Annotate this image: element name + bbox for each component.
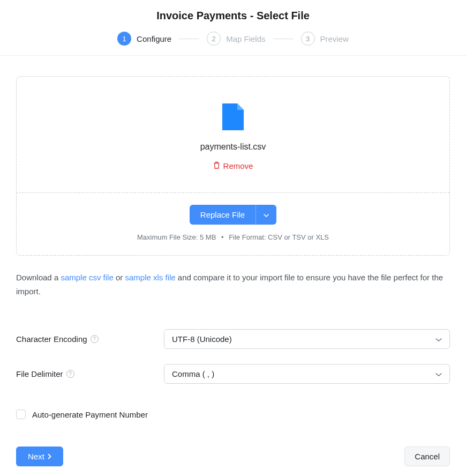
help-icon[interactable]: ? [66,370,74,378]
file-meta-format: File Format: CSV or TSV or XLS [229,233,329,241]
hint-pre: Download a [16,273,61,282]
uploaded-file-name: payments-list.csv [27,142,439,152]
stepper: 1 Configure 2 Map Fields 3 Preview [0,32,466,55]
autogen-label: Auto-generate Payment Number [32,410,148,419]
step-label-preview: Preview [320,34,349,43]
meta-separator: • [221,233,224,241]
step-preview[interactable]: 3 Preview [301,32,349,46]
help-icon[interactable]: ? [91,335,99,343]
hint-text: Download a sample csv file or sample xls… [16,271,450,298]
footer-bar: Next Cancel [0,439,466,476]
file-meta-size: Maximum File Size: 5 MB [137,233,216,241]
step-number-1: 1 [117,32,131,46]
step-number-3: 3 [301,32,315,46]
remove-file-button[interactable]: Remove [213,161,253,170]
sample-csv-link[interactable]: sample csv file [61,273,113,282]
next-button[interactable]: Next [16,447,63,466]
remove-file-label: Remove [223,161,253,170]
step-number-2: 2 [207,32,221,46]
delimiter-label: File Delimiter ? [16,369,164,378]
encoding-label-text: Character Encoding [16,334,87,344]
encoding-select-value: UTF-8 (Unicode) [172,334,232,344]
delimiter-select[interactable]: Comma ( , ) [164,364,450,384]
upload-card: payments-list.csv Remove Replace File [16,76,450,256]
trash-icon [213,161,220,170]
delimiter-label-text: File Delimiter [16,369,63,378]
file-icon [27,103,439,130]
step-label-configure: Configure [137,34,171,43]
encoding-select[interactable]: UTF-8 (Unicode) [164,329,450,349]
step-connector [273,39,294,39]
page-title: Invoice Payments - Select File [0,10,466,22]
delimiter-select-value: Comma ( , ) [172,369,214,378]
step-configure[interactable]: 1 Configure [117,32,171,46]
cancel-button[interactable]: Cancel [404,447,450,466]
caret-down-icon [264,211,269,219]
step-map-fields[interactable]: 2 Map Fields [207,32,265,46]
replace-file-button[interactable]: Replace File [190,205,255,225]
chevron-right-icon [48,452,51,461]
autogen-checkbox[interactable] [16,410,26,419]
step-label-map-fields: Map Fields [226,34,265,43]
hint-mid: or [114,273,125,282]
replace-file-dropdown[interactable] [255,205,276,225]
next-button-label: Next [28,452,44,461]
step-connector [179,39,199,39]
file-meta: Maximum File Size: 5 MB • File Format: C… [27,233,439,241]
sample-xls-link[interactable]: sample xls file [125,273,175,282]
encoding-label: Character Encoding ? [16,334,164,344]
